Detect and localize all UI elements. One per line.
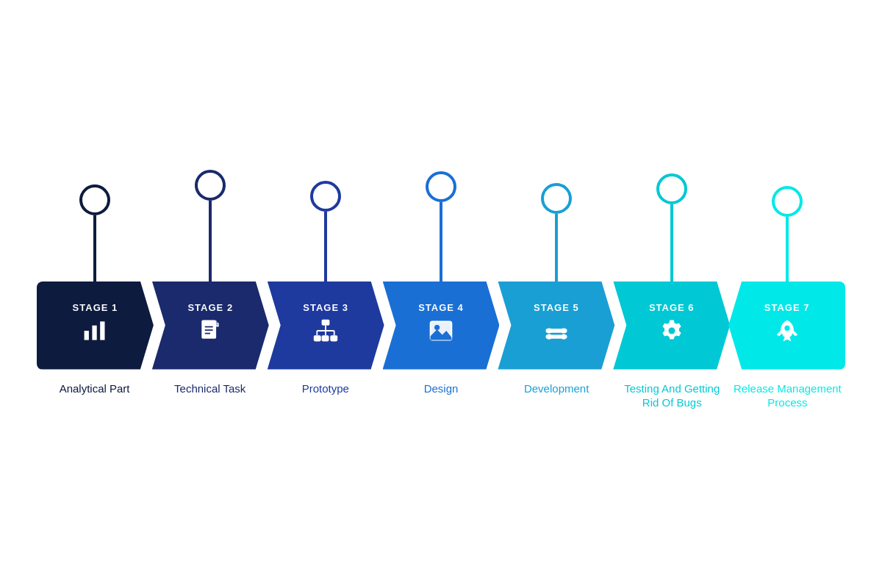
stage-description-stage-4: Design (424, 381, 459, 396)
stage-label-stage-5: STAGE 5 (534, 302, 579, 313)
pin-stage-1 (37, 184, 152, 282)
svg-point-29 (784, 325, 789, 330)
svg-rect-12 (330, 335, 337, 341)
stage-label-stage-3: STAGE 3 (303, 302, 348, 313)
stage-description-stage-2: Technical Task (174, 381, 245, 396)
stage-block-stage-7: STAGE 7 (728, 282, 845, 370)
pin-stage-6 (614, 173, 730, 282)
stage-block-stage-2: STAGE 2 (152, 282, 269, 370)
pin-stage-7 (730, 186, 845, 282)
pin-circle-stage-3 (310, 181, 341, 212)
label-wrapper-stage-3: Prototype (268, 381, 383, 410)
stage-icon-stage-3 (312, 318, 339, 349)
labels-row: Analytical PartTechnical TaskPrototypeDe… (37, 381, 845, 410)
stages-row: STAGE 1 STAGE 2 STAGE 3 STAGE 4 STAGE 5 … (37, 282, 845, 370)
stage-label-stage-4: STAGE 4 (418, 302, 464, 313)
pin-stem-stage-3 (324, 212, 327, 282)
pins-row (37, 179, 845, 282)
pin-circle-stage-4 (426, 171, 456, 202)
pin-stage-3 (268, 181, 383, 282)
pin-stem-stage-2 (209, 201, 212, 282)
svg-point-24 (546, 328, 551, 333)
stage-label-stage-2: STAGE 2 (187, 302, 233, 313)
label-wrapper-stage-6: Testing And Getting Rid Of Bugs (614, 381, 730, 410)
label-wrapper-stage-2: Technical Task (152, 381, 268, 410)
stage-block-stage-6: STAGE 6 (613, 282, 730, 370)
svg-rect-11 (322, 335, 329, 341)
stage-description-stage-3: Prototype (302, 381, 349, 396)
label-wrapper-stage-4: Design (383, 381, 498, 410)
stage-description-stage-1: Analytical Part (60, 381, 130, 396)
pin-stem-stage-6 (670, 204, 673, 282)
stage-description-stage-7: Release Management Process (733, 381, 842, 410)
svg-point-20 (434, 324, 440, 329)
stage-icon-stage-4 (428, 318, 454, 349)
stage-block-stage-4: STAGE 4 (383, 282, 500, 370)
pin-stage-2 (152, 170, 268, 282)
label-wrapper-stage-5: Development (499, 381, 614, 410)
label-wrapper-stage-7: Release Management Process (730, 381, 845, 410)
stage-icon-stage-6 (659, 318, 685, 349)
pin-stem-stage-5 (555, 214, 558, 282)
stage-block-stage-3: STAGE 3 (268, 282, 384, 370)
stage-icon-stage-7 (774, 318, 800, 349)
svg-rect-0 (85, 331, 89, 340)
pin-stem-stage-4 (440, 202, 442, 282)
stage-icon-stage-5 (543, 318, 570, 349)
svg-point-26 (546, 334, 551, 339)
stage-description-stage-6: Testing And Getting Rid Of Bugs (617, 381, 727, 410)
svg-point-25 (561, 328, 566, 333)
pin-circle-stage-1 (79, 184, 110, 215)
svg-point-28 (668, 327, 675, 334)
diagram-container: STAGE 1 STAGE 2 STAGE 3 STAGE 4 STAGE 5 … (37, 179, 845, 410)
pin-circle-stage-5 (541, 183, 572, 214)
stage-label-stage-7: STAGE 7 (764, 302, 810, 313)
svg-point-27 (561, 334, 566, 339)
svg-rect-2 (101, 321, 105, 340)
svg-rect-10 (314, 335, 321, 341)
stage-icon-stage-2 (197, 318, 223, 349)
svg-rect-9 (322, 319, 330, 325)
pin-circle-stage-7 (772, 186, 803, 217)
stage-label-stage-1: STAGE 1 (73, 302, 118, 313)
stage-block-stage-5: STAGE 5 (498, 282, 614, 370)
stage-label-stage-6: STAGE 6 (649, 302, 695, 313)
stage-description-stage-5: Development (524, 381, 589, 396)
svg-rect-1 (93, 325, 97, 340)
pin-stage-5 (499, 183, 614, 282)
pin-circle-stage-6 (656, 173, 687, 204)
label-wrapper-stage-1: Analytical Part (37, 381, 152, 410)
pin-stage-4 (383, 171, 498, 282)
pin-stem-stage-7 (786, 217, 789, 282)
stage-icon-stage-1 (82, 318, 108, 349)
stage-block-stage-1: STAGE 1 (37, 282, 154, 370)
pin-stem-stage-1 (93, 215, 96, 282)
pin-circle-stage-2 (195, 170, 226, 201)
